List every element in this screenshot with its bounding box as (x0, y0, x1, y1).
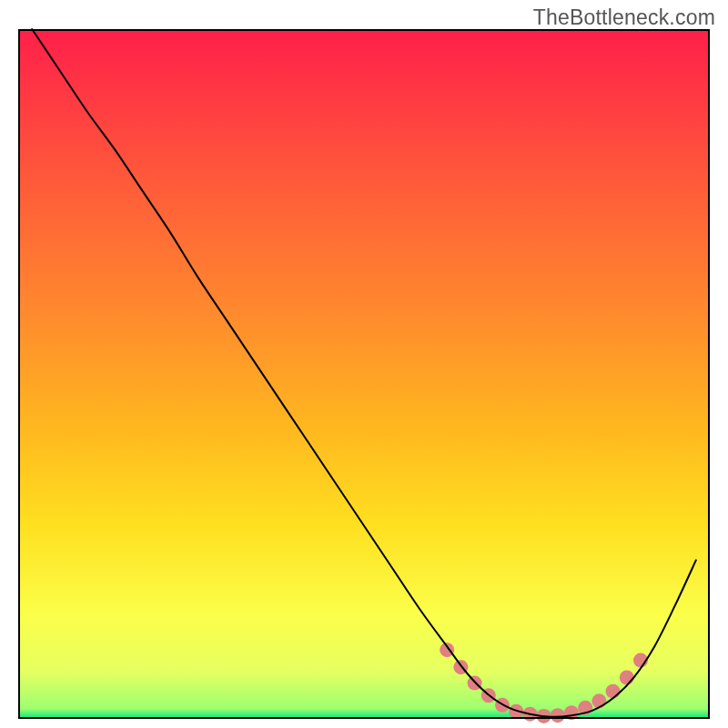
highlight-dot (551, 708, 565, 723)
chart-stage: TheBottleneck.com (0, 0, 728, 728)
highlight-dot (620, 671, 634, 685)
highlight-dot (606, 684, 621, 699)
highlight-dot (564, 705, 579, 720)
chart-svg (0, 0, 728, 728)
highlight-dot (592, 693, 606, 708)
gradient-background (18, 29, 710, 719)
highlight-dot (440, 642, 454, 657)
